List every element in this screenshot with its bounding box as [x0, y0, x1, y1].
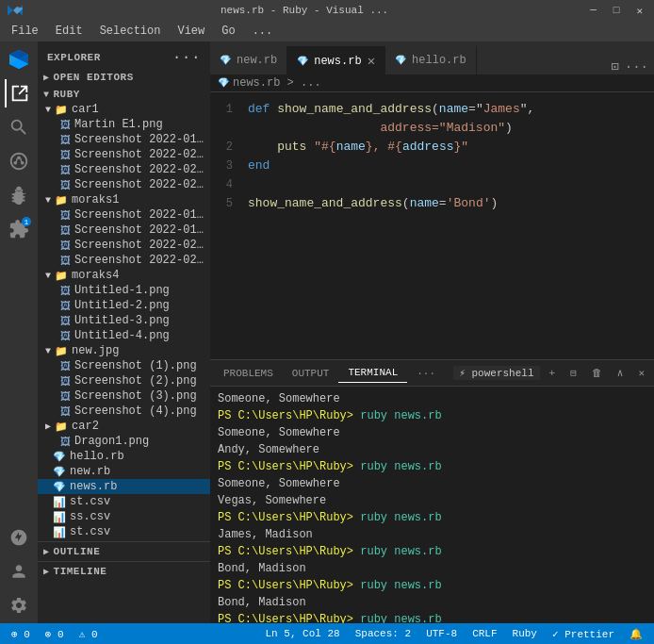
file-screenshot-3-label: Screenshot 2022-02-...	[74, 163, 210, 176]
status-encoding[interactable]: UTF-8	[422, 628, 461, 639]
status-bell-icon[interactable]: 🔔	[626, 628, 646, 640]
tab-bar: 💎 new.rb 💎 news.rb ✕ 💎 hello.rb ⊡ ···	[210, 41, 654, 74]
file-screenshot-n4[interactable]: 🖼 Screenshot (4).png	[38, 404, 210, 419]
outline-header[interactable]: ▶ OUTLINE	[38, 544, 210, 559]
file-moraks1-s1[interactable]: 🖼 Screenshot 2022-01-...	[38, 207, 210, 223]
file-dragon1[interactable]: 🖼 Dragon1.png	[38, 434, 210, 449]
file-untitled-4[interactable]: 🖼 Untitled-4.png	[38, 328, 210, 343]
status-spaces[interactable]: Spaces: 2	[352, 628, 415, 639]
terminal-content[interactable]: Someone, Somewhere PS C:\Users\HP\Ruby> …	[210, 387, 654, 623]
status-language[interactable]: Ruby	[509, 628, 541, 639]
extensions-activity-icon[interactable]: 1	[5, 215, 33, 243]
menu-edit[interactable]: Edit	[48, 23, 90, 40]
file-ss-csv[interactable]: 📊 ss.csv	[38, 509, 210, 524]
sidebar-header: EXPLORER ···	[38, 41, 210, 70]
search-activity-icon[interactable]	[5, 113, 33, 141]
folder-moraks1[interactable]: ▼ 📁 moraks1	[38, 192, 210, 207]
powershell-label[interactable]: ⚡ powershell	[453, 366, 539, 380]
file-untitled-1[interactable]: 🖼 Untitled-1.png	[38, 283, 210, 298]
file-moraks1-s3[interactable]: 🖼 Screenshot 2022-02-...	[38, 238, 210, 253]
file-screenshot-1[interactable]: 🖼 Screenshot 2022-01-...	[38, 132, 210, 147]
timeline-header[interactable]: ▶ TIMELINE	[38, 564, 210, 579]
file-st2-csv[interactable]: 📊 st.csv	[38, 524, 210, 539]
status-remote[interactable]: ⊕ 0	[8, 628, 34, 640]
open-editors-header[interactable]: ▶ OPEN EDITORS	[38, 70, 210, 85]
file-martin-e1[interactable]: 🖼 Martin E1.png	[38, 117, 210, 132]
tab-more[interactable]: ···	[407, 364, 445, 383]
file-untitled-2[interactable]: 🖼 Untitled-2.png	[38, 298, 210, 313]
tab-news-rb[interactable]: 💎 news.rb ✕	[287, 46, 385, 74]
file-screenshot-n1[interactable]: 🖼 Screenshot (1).png	[38, 358, 210, 373]
file-screenshot-n3[interactable]: 🖼 Screenshot (3).png	[38, 388, 210, 404]
debug-activity-icon[interactable]	[5, 181, 33, 209]
folder-new-jpg[interactable]: ▼ 📁 new.jpg	[38, 343, 210, 358]
maximize-button[interactable]: □	[610, 5, 624, 17]
line-number-1: 1	[210, 100, 248, 119]
code-line-5: 5 show_name_and_address(name='Bond')	[210, 194, 654, 213]
menu-go[interactable]: Go	[214, 23, 242, 40]
menu-more[interactable]: ...	[245, 23, 281, 40]
git-activity-icon[interactable]	[5, 147, 33, 175]
chevron-right-icon: ▶	[43, 546, 50, 557]
chevron-icon: ▶	[43, 72, 50, 83]
png-icon: 🖼	[60, 330, 71, 342]
file-hello-rb[interactable]: 💎 hello.rb	[38, 449, 210, 464]
rb-icon: 💎	[53, 451, 66, 463]
file-new-rb[interactable]: 💎 new.rb	[38, 464, 210, 479]
folder-new-jpg-label: new.jpg	[72, 344, 119, 357]
status-errors[interactable]: ⊗ 0	[41, 628, 68, 640]
tab-hello-rb[interactable]: 💎 hello.rb	[385, 46, 477, 74]
file-screenshot-n4-label: Screenshot (4).png	[74, 405, 197, 418]
account-activity-icon[interactable]	[5, 557, 33, 586]
split-editor-icon[interactable]: ⊡	[611, 58, 618, 74]
csv-icon: 📊	[53, 526, 66, 538]
status-position[interactable]: Ln 5, Col 28	[261, 628, 343, 639]
minimize-button[interactable]: ─	[586, 5, 600, 17]
file-martin-e1-label: Martin E1.png	[74, 118, 163, 131]
file-st-csv[interactable]: 📊 st.csv	[38, 494, 210, 509]
file-screenshot-n2[interactable]: 🖼 Screenshot (2).png	[38, 373, 210, 388]
tab-new-rb[interactable]: 💎 new.rb	[210, 46, 287, 74]
new-terminal-icon[interactable]: +	[544, 366, 562, 381]
split-terminal-icon[interactable]: ⊟	[564, 365, 582, 381]
file-screenshot-4[interactable]: 🖼 Screenshot 2022-02-...	[38, 177, 210, 192]
file-moraks1-s2-label: Screenshot 2022-01-...	[74, 223, 210, 237]
settings-activity-icon[interactable]	[5, 591, 33, 619]
status-eol[interactable]: CRLF	[468, 628, 500, 639]
folder-moraks4[interactable]: ▼ 📁 moraks4	[38, 268, 210, 283]
tab-problems[interactable]: PROBLEMS	[214, 364, 283, 383]
folder-car2[interactable]: ▶ 📁 car2	[38, 419, 210, 434]
terminal-line: Someone, Somewhere	[218, 475, 646, 492]
more-actions-icon[interactable]: ···	[625, 59, 648, 74]
file-screenshot-2[interactable]: 🖼 Screenshot 2022-02-...	[38, 147, 210, 162]
tab-close-icon[interactable]: ✕	[368, 53, 375, 69]
tab-terminal[interactable]: TERMINAL	[338, 363, 407, 383]
status-prettier[interactable]: ✓ Prettier	[548, 628, 618, 640]
menu-selection[interactable]: Selection	[92, 23, 169, 40]
sidebar-more-icon[interactable]: ···	[172, 49, 201, 66]
menu-view[interactable]: View	[170, 23, 212, 40]
file-ss-csv-label: ss.csv	[70, 510, 110, 523]
file-screenshot-3[interactable]: 🖼 Screenshot 2022-02-...	[38, 162, 210, 177]
folder-icon: 📁	[55, 270, 68, 282]
chevron-down-icon: ▼	[43, 90, 50, 100]
folder-car1[interactable]: ▼ 📁 car1	[38, 102, 210, 117]
rb-icon: 💎	[53, 466, 66, 478]
file-news-rb[interactable]: 💎 news.rb	[38, 479, 210, 494]
file-moraks1-s1-label: Screenshot 2022-01-...	[74, 208, 210, 222]
close-button[interactable]: ✕	[632, 5, 646, 17]
tab-output[interactable]: OUTPUT	[283, 364, 339, 383]
explorer-activity-icon[interactable]	[5, 79, 33, 107]
terminal-line: Bond, Madison	[218, 560, 646, 577]
maximize-panel-icon[interactable]: ∧	[612, 365, 629, 381]
close-panel-icon[interactable]: ✕	[632, 365, 650, 381]
trash-icon[interactable]: 🗑	[586, 365, 608, 381]
file-untitled-3[interactable]: 🖼 Untitled-3.png	[38, 313, 210, 328]
code-editor[interactable]: 1 def show_name_and_address(name="James"…	[210, 92, 654, 359]
menu-file[interactable]: File	[4, 23, 46, 40]
file-moraks1-s4[interactable]: 🖼 Screenshot 2022-02-...	[38, 253, 210, 268]
file-moraks1-s2[interactable]: 🖼 Screenshot 2022-01-...	[38, 223, 210, 238]
remote-activity-icon[interactable]	[5, 523, 33, 552]
status-warnings[interactable]: ⚠ 0	[75, 628, 102, 640]
ruby-section-header[interactable]: ▼ RUBY	[38, 87, 210, 102]
